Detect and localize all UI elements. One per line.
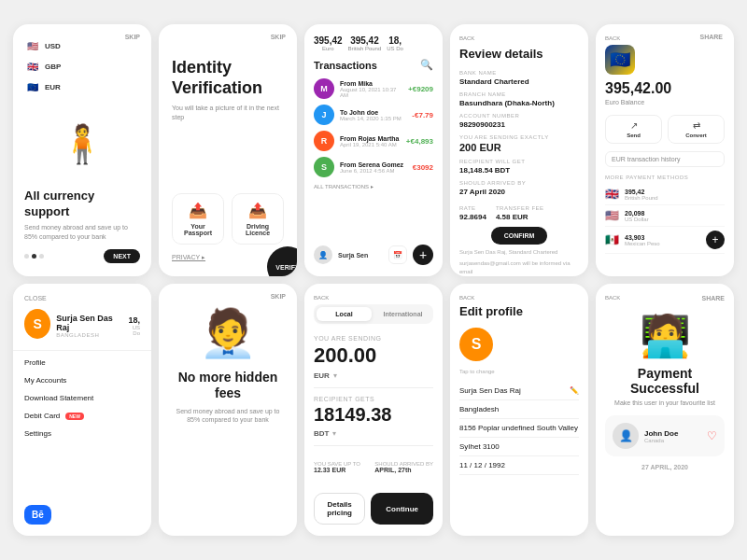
edit-address-field[interactable]: 8156 Poplar undefined South Valley — [459, 419, 579, 438]
edit-name-field[interactable]: Surja Sen Das Raj ✏️ — [459, 382, 579, 400]
trans-item-0: M From Mika August 10, 2021 10:37 AM +€9… — [314, 78, 433, 99]
licence-option[interactable]: 📤 Driving Licence — [232, 193, 284, 245]
skip-label[interactable]: SKIP — [125, 34, 140, 40]
fees-skip[interactable]: SKIP — [271, 293, 286, 300]
send-icon: ↗ — [630, 120, 638, 131]
all-transactions-link[interactable]: ALL TRANSACTIONS ▸ — [314, 183, 433, 189]
menu-accounts[interactable]: My Accounts — [24, 376, 140, 385]
behance-button[interactable]: Bē — [24, 505, 51, 525]
edit-address: 8156 Poplar undefined South Valley — [459, 424, 578, 432]
history-link[interactable]: EUR transaction history — [605, 151, 725, 167]
arrival-info: SHOULD ARRIVED BY APRIL, 27th — [374, 461, 433, 473]
transactions-title: Transactions — [314, 60, 377, 71]
review-title: Review details — [459, 47, 579, 61]
identity-skip[interactable]: SKIP — [271, 34, 286, 40]
tab-local[interactable]: Local — [317, 307, 372, 321]
edit-back[interactable]: BACK — [459, 295, 579, 301]
sending-currency[interactable]: EUR ▾ — [314, 371, 433, 388]
euro-share[interactable]: SHARE — [699, 34, 723, 40]
currency-title: All currency support — [24, 189, 140, 220]
menu-statement[interactable]: Download Statement — [24, 394, 140, 402]
trans-name-0: From Mika — [340, 80, 402, 87]
close-label[interactable]: CLOSE — [24, 295, 140, 301]
fees-title: No more hidden fees — [170, 370, 286, 401]
arrival-value: 27 April 2020 — [459, 188, 579, 196]
usd-amount: 20,098 — [625, 210, 725, 217]
search-icon[interactable]: 🔍 — [420, 59, 433, 71]
dot-3 — [39, 254, 44, 259]
convert-action[interactable]: ⇄ Convert — [668, 115, 725, 144]
calendar-icon[interactable]: 📅 — [388, 245, 407, 264]
sending-value: 200 EUR — [459, 142, 579, 153]
trans-date-0: August 10, 2021 10:37 AM — [340, 87, 402, 98]
profile-country: BANGLADESH — [56, 332, 120, 338]
review-back[interactable]: BACK — [459, 35, 579, 41]
dot-1 — [24, 254, 29, 259]
usd-curr: US Do — [387, 46, 403, 51]
edit-avatar[interactable]: S — [459, 328, 493, 361]
details-button[interactable]: Details pricing — [314, 493, 365, 525]
payment-share[interactable]: SHARE — [701, 295, 725, 304]
menu-profile[interactable]: Profile — [24, 358, 140, 367]
recipient-card: 👤 John Doe Canada ♡ — [605, 415, 725, 456]
fees-card: SKIP 🧑‍💼 No more hidden fees Send money … — [159, 284, 297, 536]
send-label: Send — [627, 133, 641, 138]
passport-option[interactable]: 📤 Your Passport — [172, 193, 224, 245]
gbp-sub: British Pound — [625, 195, 725, 201]
profile-text: Surja Sen Das Raj BANGLADESH — [56, 314, 120, 338]
transactions-bottom: 👤 Surja Sen 📅 + — [314, 245, 433, 265]
trans-avatar-1: J — [314, 105, 334, 125]
trans-date-1: March 14, 2020 1:35 PM — [340, 116, 406, 121]
send-action[interactable]: ↗ Send — [605, 115, 662, 144]
recipient-avatar: 👤 — [613, 423, 639, 449]
trans-avatar-0: M — [314, 78, 334, 99]
usd-flag-2: 🇺🇸 — [605, 209, 619, 222]
tab-international[interactable]: International — [375, 307, 430, 321]
edit-dob-field[interactable]: 11 / 12 / 1992 — [459, 456, 579, 475]
menu-settings[interactable]: Settings — [24, 429, 140, 438]
trans-avatar-3: S — [314, 157, 334, 177]
continue-button[interactable]: Continue — [371, 493, 433, 525]
amounts-row: 395,42 Euro 395,42 British Pound 18, US … — [314, 35, 433, 51]
review-bank: BANK NAME Standard Chartered — [459, 70, 579, 86]
trans-date-2: April 19, 2021 5:40 AM — [340, 142, 401, 147]
euro-flag-icon: 🇪🇺 — [605, 45, 635, 75]
recipient-chevron: ▾ — [332, 429, 336, 438]
transactions-header: Transactions 🔍 — [314, 59, 433, 71]
mxn-amount: 43,903 — [625, 234, 700, 241]
trans-amount-3: €3092 — [413, 163, 433, 172]
edit-city-field[interactable]: SyIhet 3100 — [459, 438, 579, 456]
edit-avatar-section: S Tap to change — [459, 328, 579, 382]
edit-dob: 11 / 12 / 1992 — [459, 461, 505, 469]
payment-back[interactable]: BACK — [605, 295, 620, 301]
transfer-back[interactable]: BACK — [314, 295, 433, 301]
menu-debit[interactable]: Debit Card NEW — [24, 412, 140, 420]
next-button[interactable]: NEXT — [104, 249, 140, 263]
review-branch: BRANCH NAME Basundhara (Dhaka-North) — [459, 91, 579, 107]
bank-label: BANK NAME — [459, 70, 579, 76]
recipient-currency[interactable]: BDT ▾ — [314, 429, 433, 446]
amount-usd: 18, US Do — [387, 35, 403, 51]
add-button[interactable]: + — [413, 245, 433, 265]
edit-name: Surja Sen Das Raj — [459, 386, 521, 395]
payment-subtitle: Make this user in your favourite list — [614, 399, 715, 406]
dot-2 — [32, 254, 36, 259]
confirm-button[interactable]: CONFIRM — [491, 227, 548, 245]
edit-city: SyIhet 3100 — [459, 442, 500, 451]
heart-icon[interactable]: ♡ — [707, 429, 717, 442]
edit-country-field[interactable]: Bangladesh — [459, 400, 579, 419]
verify-button[interactable]: VERIFY — [267, 246, 297, 276]
trans-avatar-2: R — [314, 131, 334, 151]
recipient-value: 18,148.54 BDT — [459, 166, 579, 175]
payment-title: Payment Successful — [605, 366, 725, 396]
fees-subtitle: Send money abroad and save up to 85% com… — [170, 407, 286, 426]
save-value: 12.33 EUR — [314, 467, 360, 473]
add-currency-button[interactable]: + — [706, 231, 725, 249]
payment-header: BACK SHARE — [605, 295, 725, 304]
pagination: NEXT — [24, 249, 140, 263]
recipient-country: Canada — [644, 438, 701, 443]
trans-date-3: June 6, 2012 4:56 AM — [340, 168, 407, 174]
identity-title: Identity Verification — [172, 58, 284, 98]
trans-name-1: To John doe — [340, 109, 406, 116]
sending-label: YOU ARE SENDING EXACTLY — [459, 134, 579, 140]
